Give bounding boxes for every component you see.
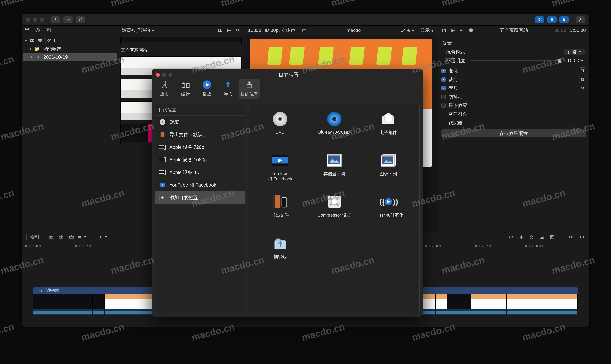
add-button[interactable]: ＋ — [158, 303, 164, 311]
checkbox-icon[interactable]: ✓ — [441, 95, 446, 99]
ruler-mark[interactable]: 00:02:30:00 — [522, 242, 572, 250]
modal-tab[interactable]: 导入 — [218, 78, 239, 99]
titles-icon[interactable] — [46, 28, 51, 33]
modal-traffic-lights[interactable] — [156, 73, 173, 77]
disclosure-icon[interactable] — [31, 56, 33, 59]
disclosure-icon[interactable] — [24, 40, 27, 42]
checkbox-icon[interactable]: ✓ — [441, 103, 446, 108]
audio-icon[interactable] — [459, 28, 465, 33]
sidebar-item-smart[interactable]: 📁 智能精选 — [22, 45, 118, 53]
overwrite-icon[interactable] — [69, 234, 74, 240]
disclosure-icon[interactable] — [29, 47, 32, 51]
sidebar-item-event[interactable]: ★ 2021-10-19 — [23, 53, 117, 61]
destination-item[interactable]: DVD — [155, 116, 245, 128]
audio-skimming-icon[interactable] — [519, 234, 524, 240]
filter-rejected-dropdown[interactable]: 隐藏被拒绝的 — [122, 27, 154, 33]
ruler-mark[interactable]: 00:02:15:00 — [472, 242, 522, 250]
keyword-button[interactable] — [63, 16, 73, 23]
effects-browser-icon[interactable] — [550, 234, 555, 240]
transform-icon[interactable] — [579, 67, 586, 74]
row-rolling[interactable]: ✓果冻效应 — [441, 101, 586, 110]
destination-tile[interactable]: 图像序列 — [365, 153, 412, 177]
crop-icon[interactable] — [579, 76, 586, 83]
modal-toolbar: 通用编辑播放导入目的位置 — [152, 81, 423, 100]
library-root[interactable]: 未命名 1 — [22, 37, 118, 45]
row-stabilize[interactable]: ✓防抖动 — [441, 92, 586, 101]
svg-point-67 — [333, 118, 335, 120]
checkbox-icon[interactable]: ✓ — [441, 86, 446, 90]
destination-item[interactable]: Apple 设备 4K — [155, 166, 245, 179]
modal-tab[interactable]: 目的位置 — [239, 78, 260, 99]
bg-tasks-button[interactable] — [76, 16, 85, 23]
destination-tile-label: 捆绑包 — [274, 254, 287, 260]
remove-button[interactable]: － — [167, 303, 173, 311]
row-tracker[interactable]: 跟踪器＋ — [441, 118, 586, 127]
sidebar-header: 目的位置 — [155, 104, 245, 116]
svg-point-37 — [541, 237, 543, 238]
destination-item[interactable]: YouTube 和 Facebook — [155, 179, 245, 191]
snapshot-icon[interactable] — [539, 234, 545, 240]
destination-tile[interactable]: Blu-ray / AVCHD — [311, 111, 358, 135]
device-icon — [159, 144, 166, 151]
row-crop[interactable]: ✓裁剪 — [441, 75, 586, 84]
select-tool-dropdown[interactable] — [100, 234, 106, 240]
blend-mode-dropdown[interactable]: 正常 — [564, 49, 585, 55]
ruler-mark[interactable]: 00:00:15:00 — [72, 242, 122, 250]
view-list-button[interactable] — [547, 16, 557, 23]
video-icon[interactable]: ▶ — [450, 28, 455, 33]
index-button[interactable]: 索引 — [26, 233, 43, 241]
solo-icon[interactable] — [529, 234, 534, 240]
append-icon[interactable] — [59, 234, 64, 240]
view-grid-button[interactable] — [535, 16, 545, 23]
clapper-icon[interactable] — [24, 28, 29, 33]
search-icon[interactable] — [235, 28, 240, 33]
traffic-lights[interactable] — [26, 17, 44, 22]
destination-item[interactable]: 添加目的位置 — [155, 191, 245, 204]
connect-dropdown-icon[interactable] — [79, 234, 84, 240]
view-inspector-button[interactable] — [559, 16, 569, 23]
checkbox-icon[interactable]: ✓ — [441, 77, 446, 82]
list-view-icon[interactable] — [226, 28, 232, 33]
distort-icon[interactable] — [579, 85, 586, 91]
destination-tile[interactable]: 电子邮件 — [365, 111, 412, 136]
import-button[interactable] — [51, 16, 60, 23]
destination-tile[interactable]: DVD — [256, 111, 304, 135]
destination-tile[interactable]: Compressor 设置 — [311, 194, 358, 218]
destination-tile[interactable]: 导出文件 — [256, 194, 304, 218]
ruler-mark[interactable]: 00:00:00:00 — [22, 242, 72, 250]
save-icon[interactable] — [441, 28, 446, 33]
destination-tile[interactable]: 捆绑包 — [256, 235, 304, 260]
save-preset-button[interactable]: 存储效果预置 — [441, 130, 586, 137]
opacity-slider[interactable] — [471, 60, 561, 61]
bowtie-icon[interactable] — [580, 234, 585, 240]
destination-item[interactable]: 导出文件（默认） — [155, 128, 245, 141]
modal-tab[interactable]: 通用 — [154, 78, 175, 99]
insert-icon[interactable] — [48, 234, 53, 240]
destination-tile[interactable]: (())HTTP 实时流化 — [365, 194, 412, 218]
row-spatial[interactable]: 空间符合 — [441, 110, 586, 118]
zoom-dropdown[interactable]: 54% — [400, 27, 414, 33]
destination-tile[interactable]: YouTube 和 Facebook — [256, 153, 304, 182]
share-button[interactable] — [576, 16, 585, 23]
clip-thumb[interactable] — [120, 37, 241, 45]
checkbox-icon[interactable]: ✓ — [441, 69, 446, 73]
ruler-mark[interactable]: 00:02:00:00 — [422, 242, 472, 250]
add-tracker-icon[interactable]: ＋ — [580, 119, 586, 127]
opacity-value[interactable]: 100.0 % — [567, 58, 585, 63]
clip-view-icon[interactable] — [218, 28, 223, 33]
modal-tab[interactable]: 播放 — [197, 78, 217, 99]
svg-rect-28 — [49, 236, 51, 238]
destination-item[interactable]: Apple 设备 720p — [155, 141, 245, 154]
row-distort[interactable]: ✓变形 — [441, 84, 586, 92]
destination-tile[interactable]: 存储当前帧 — [311, 153, 358, 177]
photos-icon[interactable] — [35, 28, 40, 33]
row-transform[interactable]: ✓变换 — [441, 66, 586, 75]
info-icon[interactable]: i — [468, 28, 474, 33]
tab-label: 导入 — [224, 91, 232, 97]
display-dropdown[interactable]: 显示 — [420, 27, 434, 33]
transitions-icon[interactable] — [569, 234, 574, 240]
mail-icon — [381, 111, 396, 127]
modal-tab[interactable]: 编辑 — [175, 78, 196, 99]
skimming-icon[interactable] — [509, 234, 514, 240]
destination-item[interactable]: Apple 设备 1080p — [155, 154, 245, 166]
